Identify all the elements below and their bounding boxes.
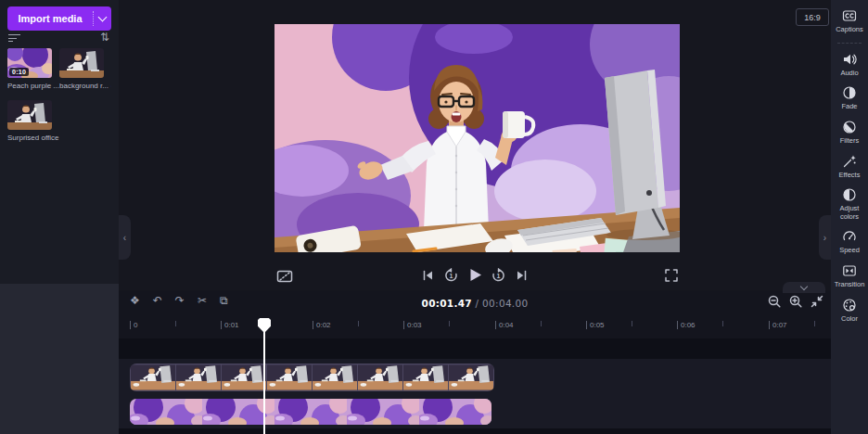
green-screen-button[interactable] xyxy=(276,268,293,285)
clip-frame xyxy=(313,364,357,390)
forward-1s-button[interactable]: 1 xyxy=(491,267,507,284)
tool-filters[interactable]: Filters xyxy=(832,120,867,146)
media-filter-icon[interactable] xyxy=(8,34,21,45)
media-item-peach-purple[interactable]: 0:10 Peach purple ... ✓ xyxy=(7,48,57,90)
skip-to-start-button[interactable] xyxy=(420,267,437,284)
collapse-media-panel-handle[interactable]: ‹ xyxy=(119,215,131,260)
media-sort-icon[interactable]: ⇅ xyxy=(100,31,109,44)
zoom-in-button[interactable] xyxy=(789,295,802,308)
ruler-label: 0:05 xyxy=(586,321,605,329)
transport-controls: 1 1 xyxy=(420,266,530,284)
chevron-right-icon: › xyxy=(823,233,826,243)
ruler-label: 0:07 xyxy=(769,321,787,329)
media-item-background[interactable]: background r... ✓ xyxy=(59,48,109,90)
preview-video[interactable] xyxy=(274,24,680,252)
clip-frame xyxy=(419,399,491,425)
ruler-label: 0:06 xyxy=(677,321,696,329)
play-button[interactable] xyxy=(466,266,484,284)
clip-frame xyxy=(274,399,347,425)
clip-frame xyxy=(176,364,221,390)
tool-captions[interactable]: Captions xyxy=(832,8,867,34)
snapping-toggle-button[interactable]: ❖ xyxy=(128,294,142,307)
total-time: 00:04.00 xyxy=(482,298,528,309)
media-item-label: background r... ✓ xyxy=(59,82,111,90)
tool-effects[interactable]: Effects xyxy=(832,154,867,180)
clip-frame xyxy=(347,399,419,425)
duration-badge: 0:10 xyxy=(9,68,29,76)
media-item-label: Surprised office ... xyxy=(7,134,59,142)
tool-audio[interactable]: Audio xyxy=(832,52,867,78)
svg-text:1: 1 xyxy=(497,273,501,279)
split-button[interactable]: ✂ xyxy=(196,294,209,307)
preview-stage: 16:9 xyxy=(119,0,831,290)
import-media-label: Import media xyxy=(7,13,93,24)
tools-sidebar: Captions Audio Fade Filters xyxy=(831,0,868,434)
undo-button[interactable]: ↶ xyxy=(151,294,164,307)
sidebar-divider xyxy=(837,43,862,44)
captions-icon xyxy=(842,8,857,23)
zoom-to-fit-button[interactable] xyxy=(811,295,823,308)
timeline-ruler[interactable]: 0 0:01 0:02 0:03 0:04 0:05 0:06 0:07 xyxy=(119,318,831,338)
aspect-ratio-badge[interactable]: 16:9 xyxy=(796,8,829,26)
chevron-down-icon xyxy=(98,13,108,22)
rewind-1s-button[interactable]: 1 xyxy=(443,267,460,284)
collapse-tools-panel-handle[interactable]: › xyxy=(819,215,831,260)
adjust-colors-icon xyxy=(842,187,857,202)
fullscreen-button[interactable] xyxy=(664,268,679,283)
timecode-display: 00:01.47 / 00:04.00 xyxy=(422,298,529,309)
media-thumbnail xyxy=(59,48,104,78)
filters-icon xyxy=(842,120,857,134)
timeline-zoom-controls xyxy=(768,295,823,308)
check-icon: ✓ xyxy=(110,82,111,90)
playhead-line[interactable] xyxy=(263,318,265,434)
import-media-dropdown[interactable] xyxy=(94,17,111,20)
ruler-label: 0:01 xyxy=(221,321,239,329)
clip-frame xyxy=(449,364,493,390)
ruler-label: 0:02 xyxy=(313,321,331,329)
clip-frame xyxy=(130,399,202,425)
media-thumbnail: 0:10 xyxy=(7,48,52,78)
ruler-label: 0:04 xyxy=(495,321,514,329)
timeline-panel: ❖ ↶ ↷ ✂ ⧉ 00:01.47 / 00:04.00 xyxy=(119,290,831,434)
video-editor-app: Import media ⇅ 0:10 Peach purple ... ✓ b… xyxy=(0,0,868,434)
import-media-button[interactable]: Import media xyxy=(7,6,111,31)
redo-button[interactable]: ↷ xyxy=(173,294,186,307)
media-item-surprised-office[interactable]: Surprised office ... xyxy=(7,100,57,142)
fade-icon xyxy=(842,85,857,100)
duplicate-button[interactable]: ⧉ xyxy=(218,294,230,307)
tool-color[interactable]: Color xyxy=(832,298,867,324)
tool-speed[interactable]: Speed xyxy=(832,229,867,255)
speed-icon xyxy=(842,229,857,244)
ruler-label: 0 xyxy=(130,321,137,329)
ruler-label: 0:03 xyxy=(403,321,422,329)
chevron-down-icon xyxy=(800,283,808,290)
collapse-timeline-handle[interactable] xyxy=(783,282,825,293)
clip-frame xyxy=(267,364,312,390)
office-woman-thumbnail-image xyxy=(7,100,52,130)
clip-frame xyxy=(131,364,175,390)
media-item-label: Peach purple ... ✓ xyxy=(7,82,59,90)
media-thumbnail xyxy=(7,100,52,130)
timeline-bottom-spacer xyxy=(119,428,831,434)
media-panel-footer xyxy=(0,284,121,434)
clip-frame xyxy=(403,364,448,390)
audio-icon xyxy=(842,52,857,67)
clip-frame xyxy=(222,364,266,390)
chevron-left-icon: ‹ xyxy=(123,233,126,243)
tool-adjust-colors[interactable]: Adjust colors xyxy=(832,187,867,221)
current-time: 00:01.47 xyxy=(422,298,472,309)
tool-fade[interactable]: Fade xyxy=(832,85,867,111)
office-woman-thumbnail-image xyxy=(59,48,104,78)
zoom-out-button[interactable] xyxy=(768,295,781,308)
skip-to-end-button[interactable] xyxy=(514,267,530,284)
video-track-clip-background[interactable] xyxy=(130,399,491,425)
effects-icon xyxy=(842,154,857,169)
clip-frame xyxy=(358,364,402,390)
timeline-spacer xyxy=(119,338,831,359)
playback-controls: 1 1 xyxy=(119,265,831,289)
tool-transition[interactable]: Transition xyxy=(832,263,867,289)
transition-icon xyxy=(842,263,857,278)
time-separator: / xyxy=(472,298,482,309)
video-track-clip-presenter[interactable] xyxy=(130,364,494,391)
color-icon xyxy=(842,298,857,313)
